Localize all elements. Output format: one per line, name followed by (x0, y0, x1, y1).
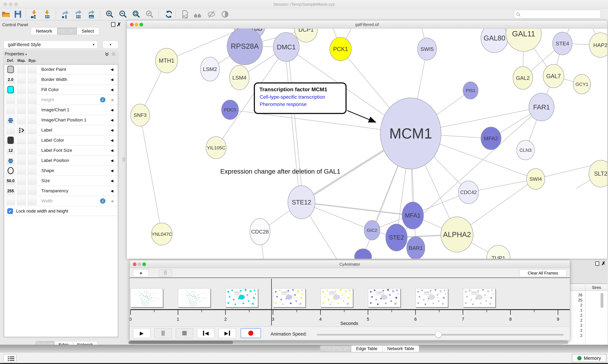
expand-row-icon[interactable]: ◀ (111, 199, 113, 203)
float-panel-icon[interactable] (111, 22, 115, 27)
frame-thumbnail[interactable] (130, 288, 163, 307)
annotation-link[interactable]: Pheromone response (260, 102, 306, 107)
property-cell[interactable] (6, 197, 15, 205)
property-cell[interactable] (28, 96, 37, 104)
frame-thumbnail[interactable] (463, 288, 496, 307)
network-node[interactable]: DMC1 (273, 32, 299, 62)
delete-frame-button[interactable] (158, 269, 172, 277)
network-node[interactable]: MTH1 (155, 48, 178, 73)
position-icon[interactable] (6, 156, 15, 165)
annotation-box[interactable]: Transcription factor MCM1 Cell-type-spec… (254, 82, 346, 114)
position-icon[interactable] (6, 116, 15, 124)
network-node[interactable]: DCP1 (295, 29, 318, 42)
property-cell[interactable] (17, 76, 26, 84)
property-cell[interactable] (17, 197, 26, 205)
properties-header[interactable]: Properties ▾ (5, 52, 27, 56)
property-cell[interactable] (17, 65, 26, 74)
network-node[interactable]: SNF3 (131, 104, 150, 126)
tab-select[interactable]: Select (77, 27, 99, 35)
network-node[interactable]: CDC42 (458, 181, 479, 204)
animation-speed-slider[interactable] (317, 334, 564, 336)
scrollbar-thumb[interactable] (129, 341, 233, 344)
property-cell[interactable]: 12 (6, 146, 15, 155)
network-node[interactable]: PDC5 (221, 100, 239, 119)
export-image-icon[interactable] (87, 10, 96, 19)
value-text[interactable]: 50.0 (6, 177, 15, 185)
timeline-playhead[interactable] (271, 279, 272, 325)
property-row[interactable]: Border Paint◀ (4, 65, 118, 75)
property-row[interactable]: Shape◀ (4, 166, 118, 176)
property-cell[interactable] (17, 136, 26, 144)
network-canvas[interactable]: RPS28BDCP1RPS28ADMC1PCK1MTH1LSM2LSM4SWI5… (127, 29, 607, 259)
network-node[interactable]: TUP1 (487, 245, 510, 259)
network-node[interactable]: CDC28 (250, 218, 270, 245)
pause-button[interactable] (154, 328, 172, 338)
expand-row-icon[interactable]: ◀ (111, 118, 113, 122)
mapping-icon[interactable] (17, 126, 26, 134)
property-cell[interactable] (17, 96, 26, 104)
network-node[interactable]: GAL11 (506, 29, 541, 52)
property-cell[interactable] (28, 167, 37, 175)
property-row[interactable]: Image/Chart 1◀ (4, 105, 118, 115)
property-cell[interactable] (6, 156, 15, 165)
clear-all-frames-button[interactable]: Clear All Frames (519, 269, 567, 277)
property-cell[interactable] (17, 116, 26, 124)
style-options-button[interactable]: ▾ (103, 40, 118, 49)
hide-elements-icon[interactable] (207, 10, 216, 19)
property-row[interactable]: Label Color◀ (4, 135, 118, 145)
value-text[interactable]: 12 (6, 146, 15, 154)
property-row[interactable]: Fill Color◀ (4, 85, 118, 95)
property-row[interactable]: Widthi◀ (4, 196, 118, 206)
property-cell[interactable] (6, 167, 15, 175)
expand-row-icon[interactable]: ◀ (111, 158, 113, 163)
export-document-icon[interactable] (180, 10, 190, 19)
info-icon[interactable]: i (100, 198, 105, 204)
property-cell[interactable]: 255 (6, 187, 15, 195)
export-table-icon[interactable] (74, 10, 83, 19)
property-cell[interactable] (28, 76, 37, 84)
table-scrollbar[interactable] (601, 293, 603, 308)
value-text[interactable]: 255 (6, 187, 15, 195)
property-cell[interactable] (17, 167, 26, 175)
property-cell[interactable] (28, 116, 37, 124)
frame-thumbnail[interactable] (368, 288, 401, 307)
horizontal-scrollbar[interactable] (128, 341, 568, 344)
property-cell[interactable] (6, 136, 15, 144)
import-table-icon[interactable] (42, 10, 52, 19)
property-cell[interactable] (28, 146, 37, 155)
expand-row-icon[interactable]: ◀ (111, 189, 113, 193)
property-cell[interactable] (17, 156, 26, 165)
network-node[interactable]: GIC2 (364, 221, 380, 240)
network-node[interactable]: PCK1 (330, 37, 351, 61)
expand-row-icon[interactable]: ◀ (111, 138, 113, 143)
play-button[interactable]: ▶ (133, 328, 151, 338)
frame-thumbnail[interactable] (178, 288, 210, 307)
value-swatch[interactable] (7, 137, 14, 144)
style-selector[interactable]: galFiltered Style ▾ (3, 40, 98, 49)
network-edge[interactable] (285, 47, 300, 202)
property-cell[interactable] (28, 177, 37, 185)
ellipse-shape-icon[interactable] (8, 167, 14, 174)
property-row[interactable]: Image/Chart Position 1◀ (4, 115, 118, 125)
network-node[interactable]: BAR1 (407, 236, 425, 259)
collapse-all-icon[interactable] (111, 52, 116, 57)
cyanimator-titlebar[interactable]: CyAnimator (130, 260, 570, 268)
tab-style[interactable]: Style (57, 27, 77, 35)
step-forward-button[interactable]: ▶ (218, 328, 236, 338)
network-node[interactable]: FAR1 (529, 93, 554, 121)
network-node[interactable]: SWI5 (417, 38, 437, 60)
network-node[interactable]: RPS28A (227, 29, 263, 65)
property-row[interactable]: Heighti◀ (4, 95, 118, 105)
frame-thumbnail[interactable] (273, 288, 305, 307)
zoom-selected-icon[interactable] (145, 10, 154, 19)
tab-network-table[interactable]: Network Table (382, 345, 419, 352)
network-node[interactable]: SLT2 (589, 160, 607, 187)
property-row[interactable]: 50.0Size◀ (4, 176, 118, 186)
property-cell[interactable] (6, 65, 15, 74)
zoom-in-icon[interactable] (105, 10, 114, 19)
network-node[interactable]: YNL047C (151, 223, 172, 245)
network-node[interactable]: STE2 (386, 224, 407, 251)
import-network-icon[interactable] (29, 10, 39, 19)
info-icon[interactable]: i (100, 97, 105, 103)
frame-thumbnail[interactable] (225, 288, 258, 307)
